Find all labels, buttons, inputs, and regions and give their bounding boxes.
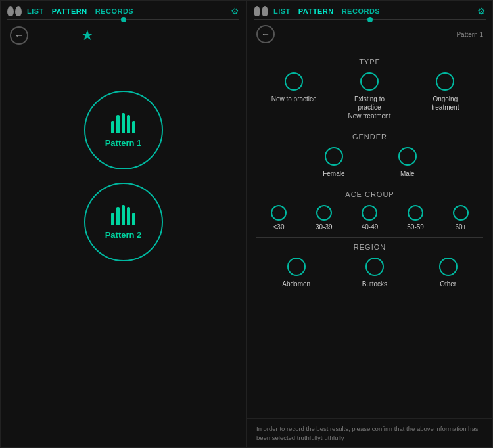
- type-existing[interactable]: Existing to practiceNew treatment: [346, 72, 392, 120]
- age-50-59-circle: [408, 205, 423, 221]
- region-abdomen-label: Abdomen: [282, 280, 310, 288]
- type-existing-label: Existing to practiceNew treatment: [346, 95, 392, 120]
- region-other-circle: [439, 258, 458, 276]
- divider-1: [256, 127, 483, 127]
- bar-7: [116, 207, 120, 225]
- star-icon[interactable]: ★: [81, 27, 94, 44]
- type-new-circle: [285, 72, 303, 91]
- nav-pattern-right[interactable]: PATTERN: [298, 7, 334, 15]
- type-ongoing-label: Ongoing treatment: [422, 95, 468, 112]
- gender-male[interactable]: Male: [398, 147, 417, 178]
- header-dot-right: [367, 17, 373, 22]
- age-under30-circle: [271, 205, 287, 221]
- logo-drop-2: [15, 6, 22, 16]
- type-title: TYPE: [256, 58, 483, 66]
- bar-9: [127, 207, 130, 225]
- gender-female[interactable]: Female: [323, 147, 344, 178]
- age-under30[interactable]: <30: [271, 205, 287, 231]
- type-row: New to practice Existing to practiceNew …: [256, 72, 483, 120]
- left-toolbar: ← ★: [1, 20, 246, 51]
- left-nav: LIST PATTERN RECORDS: [27, 7, 225, 15]
- logo-right: [254, 6, 268, 16]
- region-abdomen[interactable]: Abdomen: [282, 258, 310, 288]
- pattern-2-button[interactable]: Pattern 2: [84, 183, 163, 261]
- gender-row: Female Male: [256, 147, 483, 178]
- pattern-2-bars: [111, 205, 135, 225]
- type-ongoing[interactable]: Ongoing treatment: [422, 72, 468, 112]
- gender-male-label: Male: [400, 169, 415, 178]
- age-40-49[interactable]: 40-49: [362, 205, 379, 231]
- pattern-1-button[interactable]: Pattern 1: [84, 91, 163, 169]
- right-screen: LIST PATTERN RECORDS ⚙ ← Pattern 1 TYPE …: [246, 0, 493, 448]
- nav-records-right[interactable]: RECORDS: [342, 7, 381, 15]
- age-40-49-label: 40-49: [362, 223, 379, 231]
- age-50-59[interactable]: 50-59: [407, 205, 424, 231]
- divider-3: [256, 237, 483, 238]
- age-row: <30 30-39 40-49 50-59 60+: [256, 205, 483, 231]
- region-buttocks-label: Buttocks: [362, 280, 387, 288]
- header-line-right: [254, 19, 486, 20]
- bar-6: [111, 213, 114, 225]
- bar-1: [111, 121, 114, 133]
- region-buttocks-circle: [365, 258, 384, 276]
- region-other-label: Other: [440, 280, 456, 288]
- pattern-2-label: Pattern 2: [105, 230, 142, 240]
- age-60plus[interactable]: 60+: [453, 205, 469, 231]
- gender-male-circle: [398, 147, 417, 166]
- bar-3: [122, 113, 125, 133]
- nav-records-left[interactable]: RECORDS: [95, 7, 134, 15]
- age-title: ACE CROUP: [256, 190, 483, 198]
- pattern-list: Pattern 1 Pattern 2: [1, 91, 246, 261]
- right-toolbar: ← Pattern 1: [247, 20, 492, 49]
- age-under30-label: <30: [273, 223, 285, 231]
- type-new-practice[interactable]: New to practice: [271, 72, 317, 103]
- region-abdomen-circle: [287, 258, 306, 276]
- region-other[interactable]: Other: [439, 258, 458, 288]
- gender-female-label: Female: [323, 169, 344, 178]
- bar-8: [122, 205, 125, 225]
- type-existing-circle: [360, 72, 379, 91]
- bar-10: [132, 213, 135, 225]
- age-60plus-label: 60+: [455, 223, 466, 231]
- bar-5: [132, 121, 135, 133]
- nav-list-left[interactable]: LIST: [27, 7, 44, 15]
- bar-4: [127, 115, 130, 133]
- region-row: Abdomen Buttocks Other: [256, 258, 483, 288]
- gender-female-circle: [325, 147, 343, 166]
- right-nav: LIST PATTERN RECORDS: [273, 7, 472, 15]
- form-section: TYPE New to practice Existing to practic…: [247, 49, 492, 418]
- gear-icon-left[interactable]: ⚙: [231, 6, 239, 16]
- age-30-39-circle: [316, 205, 332, 221]
- back-button-left[interactable]: ←: [10, 26, 28, 45]
- region-title: REGION: [256, 243, 483, 251]
- type-ongoing-circle: [436, 72, 454, 91]
- age-60plus-circle: [453, 205, 469, 221]
- nav-pattern-left[interactable]: PATTERN: [52, 7, 87, 15]
- bar-2: [116, 115, 120, 133]
- gender-title: GENDER: [256, 133, 483, 141]
- nav-list-right[interactable]: LIST: [273, 7, 291, 15]
- footer-note: In order to record the best results, ple…: [247, 418, 492, 447]
- logo-drop-3: [254, 6, 260, 16]
- logo-left: [7, 6, 22, 16]
- logo-drop-4: [262, 6, 268, 16]
- left-screen: LIST PATTERN RECORDS ⚙ ← ★ Patte: [0, 0, 246, 448]
- region-buttocks[interactable]: Buttocks: [362, 258, 387, 288]
- age-30-39-label: 30-39: [316, 223, 333, 231]
- age-40-49-circle: [362, 205, 377, 221]
- type-new-label: New to practice: [271, 95, 317, 103]
- gear-icon-right[interactable]: ⚙: [477, 6, 486, 16]
- age-50-59-label: 50-59: [407, 223, 424, 231]
- header-dot-left: [121, 17, 126, 22]
- age-30-39[interactable]: 30-39: [316, 205, 333, 231]
- pattern-1-bars: [111, 113, 135, 133]
- header-line-left: [7, 19, 239, 20]
- pattern-indicator: Pattern 1: [456, 31, 483, 38]
- back-button-right[interactable]: ←: [256, 25, 275, 43]
- pattern-1-label: Pattern 1: [105, 138, 142, 148]
- divider-2: [256, 185, 483, 185]
- logo-drop-1: [7, 6, 14, 16]
